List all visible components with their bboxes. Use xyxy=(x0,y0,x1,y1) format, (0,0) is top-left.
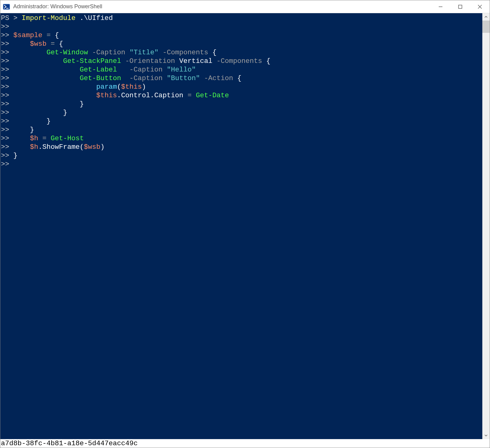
code-token: } xyxy=(63,109,68,117)
prompt: >> xyxy=(1,31,14,39)
code-token xyxy=(125,48,130,56)
maximize-button[interactable] xyxy=(450,0,470,13)
terminal-line: >> $h = Get-Host xyxy=(1,134,482,143)
code-token: "Title" xyxy=(130,48,159,56)
prompt: >> xyxy=(1,152,14,160)
terminal-line: >> Get-Label -Caption "Hello" xyxy=(1,65,482,74)
code-token xyxy=(42,31,47,39)
code-token xyxy=(117,66,130,74)
terminal-line: >> } xyxy=(1,108,482,117)
code-token xyxy=(212,57,217,65)
minimize-button[interactable] xyxy=(431,0,450,13)
code-token xyxy=(38,134,43,142)
scrollbar-track[interactable] xyxy=(482,21,490,432)
code-token: = xyxy=(42,134,47,142)
window-title: Administrador: Windows PowerShell xyxy=(13,3,431,10)
code-token: } xyxy=(30,126,34,134)
code-token xyxy=(121,57,126,65)
prompt: >> xyxy=(1,48,47,56)
terminal-line: >> param($this) xyxy=(1,83,482,91)
code-token: } xyxy=(14,152,18,160)
code-token: $this xyxy=(121,83,142,91)
code-token xyxy=(175,57,179,65)
code-token xyxy=(163,74,167,82)
titlebar[interactable]: Administrador: Windows PowerShell xyxy=(0,0,490,13)
svg-rect-4 xyxy=(459,5,462,8)
prompt: >> xyxy=(1,160,9,168)
prompt: PS > xyxy=(1,14,22,22)
prompt: >> xyxy=(1,40,30,48)
code-token: } xyxy=(47,117,51,125)
prompt: >> xyxy=(1,74,80,82)
code-token: "Button" xyxy=(167,74,200,82)
code-token: -Caption xyxy=(130,66,163,74)
terminal-line: >> } xyxy=(1,100,482,108)
prompt: >> xyxy=(1,134,30,142)
code-token xyxy=(262,57,266,65)
code-token: $wsb xyxy=(84,143,100,151)
code-token xyxy=(163,66,167,74)
code-token: Import-Module xyxy=(22,14,76,22)
terminal-line: >> xyxy=(1,160,482,168)
code-token: { xyxy=(212,48,217,56)
code-token: $this xyxy=(96,91,117,99)
code-token: -Caption xyxy=(130,74,163,82)
prompt: >> xyxy=(1,109,63,117)
prompt: >> xyxy=(1,23,9,31)
code-token: ) xyxy=(100,143,105,151)
code-token: .ShowFrame( xyxy=(38,143,84,151)
terminal-output[interactable]: PS > Import-Module .\UIfied>>>> $sample … xyxy=(0,13,482,439)
scroll-up-icon[interactable] xyxy=(482,13,490,21)
code-token: $h xyxy=(30,134,38,142)
code-token xyxy=(47,134,51,142)
code-token xyxy=(158,48,163,56)
prompt: >> xyxy=(1,91,96,99)
code-token xyxy=(208,48,212,56)
code-token: ( xyxy=(117,83,121,91)
code-token: Get-Host xyxy=(51,134,84,142)
terminal-line: >> Get-StackPanel -Orientation Vertical … xyxy=(1,57,482,65)
code-token: { xyxy=(59,40,63,48)
code-token: Get-Window xyxy=(47,48,88,56)
code-token: .Control.Caption xyxy=(117,91,188,99)
client-area: PS > Import-Module .\UIfied>>>> $sample … xyxy=(0,13,490,439)
prompt: >> xyxy=(1,66,80,74)
code-token: -Action xyxy=(204,74,233,82)
code-token: ) xyxy=(142,83,146,91)
code-token: { xyxy=(266,57,270,65)
code-token xyxy=(55,40,59,48)
code-token: } xyxy=(80,100,84,108)
code-token: $wsb xyxy=(30,40,47,48)
terminal-line: >> Get-Window -Caption "Title" -Componen… xyxy=(1,48,482,57)
window-controls xyxy=(431,0,490,13)
close-button[interactable] xyxy=(470,0,490,13)
prompt: >> xyxy=(1,117,47,125)
code-token: -Components xyxy=(216,57,262,65)
code-token xyxy=(233,74,237,82)
terminal-line: >> Get-Button -Caption "Button" -Action … xyxy=(1,74,482,83)
code-token: $h xyxy=(30,143,38,151)
code-token: .\UIfied xyxy=(80,14,113,22)
terminal-line: >> $h.ShowFrame($wsb) xyxy=(1,143,482,151)
code-token: $sample xyxy=(14,31,43,39)
scroll-down-icon[interactable] xyxy=(482,432,490,439)
footer-strip: a7d8b-38fc-4b81-a18e-5d447eacc49c xyxy=(0,439,490,448)
code-token: Get-StackPanel xyxy=(63,57,121,65)
terminal-line: >> } xyxy=(1,151,482,160)
code-token: { xyxy=(55,31,59,39)
code-token: Get-Button xyxy=(80,74,121,82)
vertical-scrollbar[interactable] xyxy=(482,13,490,439)
prompt: >> xyxy=(1,57,63,65)
code-token xyxy=(200,74,204,82)
prompt: >> xyxy=(1,100,80,108)
code-token: { xyxy=(237,74,242,82)
code-token: = xyxy=(188,91,192,99)
code-token: -Orientation xyxy=(125,57,175,65)
powershell-icon xyxy=(3,3,10,10)
code-token: -Components xyxy=(163,48,208,56)
scrollbar-thumb[interactable] xyxy=(482,21,490,33)
code-token: param xyxy=(96,83,117,91)
terminal-line: >> $this.Control.Caption = Get-Date xyxy=(1,91,482,100)
code-token: Get-Date xyxy=(196,91,229,99)
code-token xyxy=(88,48,92,56)
